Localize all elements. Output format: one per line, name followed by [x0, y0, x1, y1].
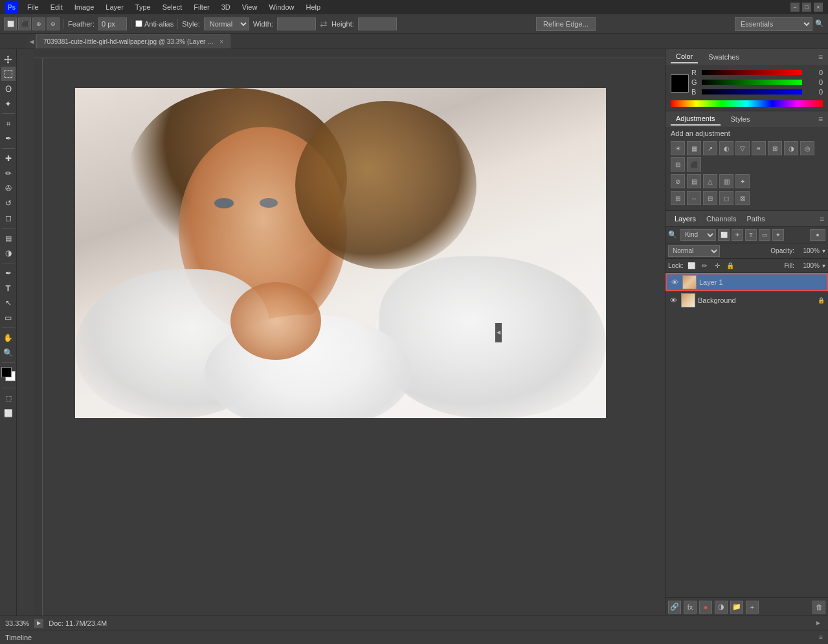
adj-brightness[interactable]: ☀ [671, 141, 685, 155]
menu-help[interactable]: Help [301, 2, 326, 12]
opacity-value[interactable]: 100% [797, 247, 820, 254]
width-input[interactable] [277, 17, 316, 30]
layer-item-layer1[interactable]: 👁 Layer 1 [666, 273, 828, 291]
adj-extra-2[interactable]: ↔ [687, 191, 701, 205]
tool-brush[interactable]: ✏ [1, 166, 16, 181]
filter-toggle-btn[interactable]: ● [810, 229, 825, 241]
filter-icon-shape[interactable]: ▭ [759, 229, 770, 241]
opt-icon-3[interactable]: ⊕ [32, 17, 45, 30]
opt-icon-2[interactable]: ⬛ [18, 17, 31, 30]
adj-curves[interactable]: ↗ [703, 141, 717, 155]
adj-selective-color[interactable]: ✦ [735, 174, 750, 188]
tool-path-select[interactable]: ↖ [1, 296, 16, 310]
search-icon[interactable]: 🔍 [815, 19, 824, 28]
style-select[interactable]: Normal [204, 17, 249, 30]
adj-panel-menu[interactable]: ≡ [818, 115, 823, 124]
menu-image[interactable]: Image [69, 2, 100, 12]
adj-hsl[interactable]: ≡ [752, 141, 766, 155]
tab-close-button[interactable]: × [219, 38, 223, 45]
menu-view[interactable]: View [237, 2, 263, 12]
tool-dodge[interactable]: ◑ [1, 246, 16, 260]
height-input[interactable] [358, 17, 397, 30]
tool-magic-wand[interactable]: ✦ [1, 96, 16, 111]
tool-clone[interactable]: ✇ [1, 181, 16, 195]
menu-3d[interactable]: 3D [216, 2, 236, 12]
menu-filter[interactable]: Filter [188, 2, 214, 12]
document-tab[interactable]: 7039381-cute-little-girl-hd-wallpaper.jp… [36, 34, 230, 49]
menu-type[interactable]: Type [130, 2, 156, 12]
lock-image-btn[interactable]: ✏ [699, 261, 710, 271]
tool-history-brush[interactable]: ↺ [1, 196, 16, 210]
tab-adjustments[interactable]: Adjustments [671, 113, 721, 126]
menu-edit[interactable]: Edit [45, 2, 68, 12]
close-button[interactable]: × [814, 3, 823, 12]
tool-healing[interactable]: ✚ [1, 151, 16, 166]
tool-screen-mode[interactable]: ⬜ [1, 406, 16, 420]
link-layers-button[interactable]: 🔗 [668, 601, 681, 614]
lock-all-btn[interactable]: 🔒 [725, 261, 735, 271]
adj-levels[interactable]: ▦ [687, 141, 701, 155]
feather-input[interactable] [98, 17, 127, 30]
adj-extra-5[interactable]: ⊠ [735, 191, 750, 205]
tool-gradient[interactable]: ▤ [1, 231, 16, 245]
workspace-select[interactable]: Essentials [735, 17, 812, 31]
tool-eyedropper[interactable]: ✒ [1, 131, 16, 146]
menu-file[interactable]: File [22, 2, 44, 12]
fill-arrow[interactable]: ▾ [822, 262, 825, 269]
layer1-visibility-toggle[interactable]: 👁 [669, 277, 680, 287]
layer-filter-select[interactable]: Kind [680, 229, 716, 241]
tab-layers[interactable]: Layers [669, 213, 701, 225]
tool-marquee[interactable] [1, 67, 16, 81]
adj-channel-mix[interactable]: ⊟ [671, 157, 685, 172]
anti-alias-checkbox[interactable]: Anti-alias [135, 20, 173, 28]
color-panel-menu[interactable]: ≡ [818, 52, 823, 61]
timeline-menu[interactable]: ≡ [819, 634, 823, 641]
filter-icon-adj[interactable]: ☀ [732, 229, 743, 241]
status-arrow-btn[interactable]: ▶ [34, 619, 43, 628]
tool-crop[interactable]: ⌗ [1, 117, 16, 131]
swap-icon[interactable]: ⇄ [320, 19, 328, 29]
filter-icon-pixel[interactable]: ⬜ [718, 229, 730, 241]
new-layer-button[interactable]: + [746, 601, 759, 614]
adj-threshold[interactable]: △ [703, 174, 717, 188]
menu-layer[interactable]: Layer [100, 2, 129, 12]
color-preview-swatch[interactable] [671, 74, 689, 93]
adj-vibrance[interactable]: ▽ [735, 141, 750, 155]
blend-mode-select[interactable]: Normal [668, 245, 720, 257]
background-visibility-toggle[interactable]: 👁 [668, 295, 678, 305]
adj-extra-4[interactable]: ◻ [719, 191, 733, 205]
maximize-button[interactable]: □ [802, 3, 811, 12]
minimize-button[interactable]: − [790, 3, 800, 12]
red-slider[interactable] [702, 70, 802, 75]
status-expand-btn[interactable]: ▶ [814, 619, 823, 628]
adj-gradient-map[interactable]: ▥ [719, 174, 733, 188]
add-mask-button[interactable]: ● [699, 601, 712, 614]
tab-paths[interactable]: Paths [742, 213, 770, 225]
tab-swatches[interactable]: Swatches [703, 51, 744, 63]
lock-pixels-btn[interactable]: ⬜ [686, 261, 697, 271]
add-adjustment-button[interactable]: ◑ [715, 601, 728, 614]
filter-icon-type[interactable]: T [745, 229, 757, 241]
adj-posterize[interactable]: ▤ [687, 174, 701, 188]
foreground-color-box[interactable] [1, 367, 12, 377]
adj-bw[interactable]: ◑ [784, 141, 798, 155]
tool-hand[interactable]: ✋ [1, 331, 16, 345]
opacity-arrow[interactable]: ▾ [822, 247, 825, 254]
color-spectrum[interactable] [671, 100, 823, 107]
fill-value[interactable]: 100% [797, 262, 820, 269]
green-slider[interactable] [702, 80, 802, 85]
tool-shape[interactable]: ▭ [1, 311, 16, 325]
tab-color[interactable]: Color [671, 50, 698, 63]
blue-slider[interactable] [702, 89, 802, 94]
tool-zoom[interactable]: 🔍 [1, 346, 16, 360]
tool-move[interactable] [1, 52, 16, 66]
adj-color-lookup[interactable]: ⬛ [687, 157, 701, 172]
tab-left-arrow[interactable]: ◀ [27, 34, 36, 49]
opt-icon-1[interactable]: ⬜ [4, 17, 17, 30]
adj-extra-1[interactable]: ⊞ [671, 191, 685, 205]
filter-icon-smart[interactable]: ✦ [772, 229, 784, 241]
fx-button[interactable]: fx [684, 601, 697, 614]
opt-icon-4[interactable]: ⊖ [47, 17, 60, 30]
menu-select[interactable]: Select [157, 2, 188, 12]
tool-quick-mask[interactable]: ⬚ [1, 391, 16, 405]
